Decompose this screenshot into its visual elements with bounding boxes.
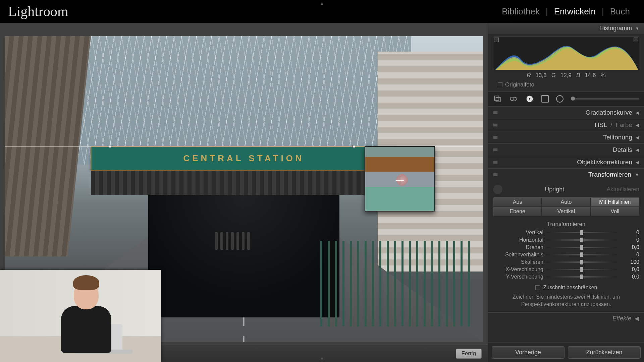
triangle-left-icon: ◀ — [636, 110, 639, 115]
transform-slider-skalieren[interactable]: Skalieren 100 — [493, 258, 639, 266]
upright-vertical-button[interactable]: Vertikal — [542, 207, 590, 216]
triangle-down-icon: ▼ — [635, 172, 639, 177]
svg-point-5 — [529, 98, 531, 100]
upright-mode-buttons: Aus Auto Mit Hilfslinien Ebene Vertikal … — [493, 197, 639, 216]
gradient-tool-icon[interactable] — [541, 95, 549, 103]
transform-slider-seitenverhältnis[interactable]: Seitenverhältnis 0 — [493, 251, 639, 258]
transform-hint: Zeichnen Sie mindestens zwei Hilfslinien… — [493, 293, 639, 308]
constrain-crop-checkbox[interactable] — [535, 285, 540, 290]
transform-slider-y-verschiebung[interactable]: Y-Verschiebung 0,0 — [493, 273, 639, 281]
top-panel-toggle[interactable]: ▲ — [320, 1, 324, 6]
svg-point-2 — [510, 97, 514, 101]
brush-tool-icon[interactable] — [571, 98, 639, 100]
panel-transform[interactable]: Transformieren▼ — [488, 169, 644, 181]
triangle-left-icon: ◀ — [636, 147, 639, 153]
reset-button[interactable]: Zurücksetzen — [568, 346, 641, 359]
panel-split-tone[interactable]: Teiltonung◀ — [488, 131, 644, 143]
histogram-rgb-readout: R13,3 G12,9 B14,6 % — [493, 70, 639, 81]
upright-off-button[interactable]: Aus — [493, 198, 541, 206]
triangle-down-icon: ▼ — [635, 26, 639, 31]
done-button[interactable]: Fertig — [456, 349, 482, 359]
upright-update-button[interactable]: Aktualisieren — [607, 186, 639, 193]
transform-slider-horizontal[interactable]: Horizontal 0 — [493, 236, 639, 244]
panel-tone-curve[interactable]: Gradationskurve◀ — [488, 107, 644, 119]
radial-tool-icon[interactable] — [556, 95, 564, 103]
app-logo: Lightroom — [8, 3, 68, 19]
upright-auto-button[interactable]: Auto — [542, 198, 590, 206]
original-photo-checkbox[interactable] — [498, 82, 502, 87]
panel-effects[interactable]: Effekte◀ — [488, 312, 644, 323]
module-picker: Bibliothek | Entwickeln | Buch — [496, 6, 636, 17]
transform-slider-x-verschiebung[interactable]: X-Verschiebung 0,0 — [493, 266, 639, 273]
station-sign: CENTRAL STATION — [91, 146, 397, 171]
module-book[interactable]: Buch — [604, 6, 636, 17]
constrain-crop-label: Zuschnitt beschränken — [543, 285, 597, 291]
panel-hsl[interactable]: HSL/Farbe◀ — [488, 119, 644, 131]
upright-full-button[interactable]: Voll — [591, 207, 639, 216]
crop-tool-icon[interactable] — [493, 95, 502, 103]
module-library[interactable]: Bibliothek — [496, 6, 546, 17]
triangle-left-icon: ◀ — [635, 315, 639, 322]
histogram-header[interactable]: Histogramm ▼ — [488, 23, 644, 34]
previous-button[interactable]: Vorherige — [492, 346, 565, 359]
svg-rect-0 — [494, 96, 499, 100]
loupe-preview[interactable] — [365, 146, 435, 212]
transform-slider-drehen[interactable]: Drehen 0,0 — [493, 244, 639, 251]
bottom-panel-toggle[interactable]: ▼ — [320, 356, 324, 361]
module-develop[interactable]: Entwickeln — [548, 6, 602, 17]
local-tool-strip — [488, 92, 644, 106]
original-photo-label: Originalfoto — [505, 81, 534, 88]
triangle-left-icon: ◀ — [636, 122, 639, 128]
upright-label: Upright — [507, 186, 602, 193]
upright-level-button[interactable]: Ebene — [493, 207, 541, 216]
upright-tool-icon[interactable] — [493, 185, 502, 194]
panel-details[interactable]: Details◀ — [488, 144, 644, 156]
separator: | — [602, 6, 604, 17]
transform-subhead: Transformieren — [493, 218, 639, 229]
upright-guided-button[interactable]: Mit Hilfslinien — [591, 198, 639, 206]
histogram-display[interactable] — [493, 37, 639, 70]
triangle-left-icon: ◀ — [636, 160, 639, 165]
redeye-tool-icon[interactable] — [525, 95, 534, 103]
develop-right-panel: Histogramm ▼ R13,3 G12,9 — [488, 23, 644, 362]
separator: | — [546, 6, 548, 17]
preview-pane: CENTRAL STATION aster einble — [0, 23, 488, 362]
panel-lens[interactable]: Objektivkorrekturen◀ — [488, 156, 644, 168]
transform-slider-vertikal[interactable]: Vertikal 0 — [493, 229, 639, 236]
presenter-webcam — [0, 270, 161, 362]
triangle-left-icon: ◀ — [636, 135, 639, 140]
svg-rect-1 — [496, 98, 500, 102]
spot-removal-tool-icon[interactable] — [509, 95, 518, 103]
svg-point-3 — [514, 98, 517, 101]
